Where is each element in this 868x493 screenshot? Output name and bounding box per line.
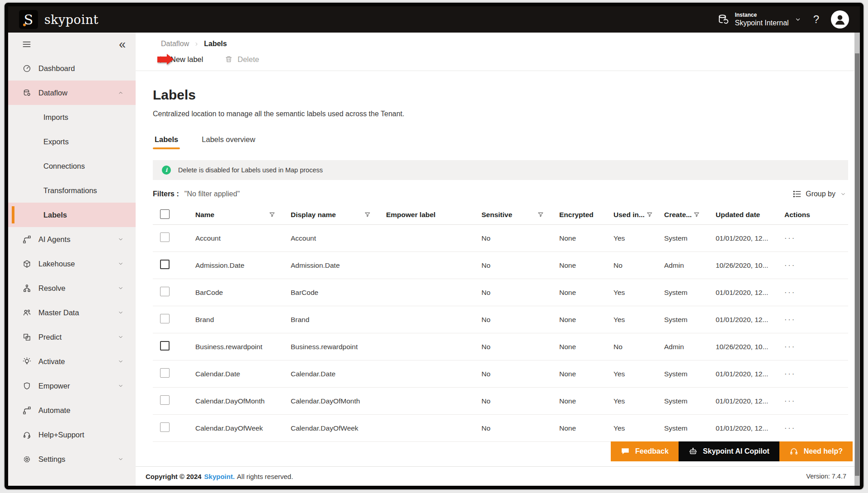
table-row[interactable]: BarCodeBarCodeNoNoneYesSystem01/01/2020,…	[153, 279, 848, 306]
delete-button[interactable]: Delete	[225, 55, 259, 64]
table-row[interactable]: AccountAccountNoNoneYesSystem01/01/2020,…	[153, 225, 848, 252]
column-header-create: Create...	[664, 211, 716, 219]
sidebar-item-labels[interactable]: Labels	[8, 203, 136, 227]
table-row[interactable]: BrandBrandNoNoneYesSystem01/01/2020, 12.…	[153, 306, 848, 333]
scrollbar-thumb[interactable]	[855, 53, 859, 476]
breadcrumb: Dataflow Labels	[136, 33, 860, 48]
sidebar-collapse-button[interactable]: «	[119, 38, 126, 51]
resolve-icon	[23, 284, 31, 293]
sidebar-item-connections[interactable]: Connections	[8, 154, 136, 178]
table-row[interactable]: Admission.DateAdmission.DateNoNoneNoAdmi…	[153, 252, 848, 279]
sidebar-item-automate[interactable]: Automate	[8, 398, 136, 422]
skypoint-ai-copilot-button[interactable]: Skypoint AI Copilot	[679, 441, 779, 461]
row-actions-button[interactable]: ···	[784, 343, 796, 351]
table-row[interactable]: Calendar.DayOfMonthCalendar.DayOfMonthNo…	[153, 388, 848, 415]
row-actions-button[interactable]: ···	[784, 424, 796, 432]
table-row[interactable]: Calendar.DayOfWeekCalendar.DayOfWeekNoNo…	[153, 415, 848, 442]
cell-sensitive: No	[481, 343, 559, 351]
table-row[interactable]: Calendar.DateCalendar.DateNoNoneYesSyste…	[153, 360, 848, 388]
cell-used-in: Yes	[613, 397, 664, 405]
sidebar-item-exports[interactable]: Exports	[8, 129, 136, 154]
row-checkbox[interactable]	[160, 287, 170, 296]
copyright-text: Copyright © 2024	[146, 473, 202, 480]
group-by-button[interactable]: Group by	[793, 190, 846, 198]
instance-label: Instance	[735, 12, 788, 19]
sidebar-item-empower[interactable]: Empower	[8, 374, 136, 398]
column-header-sensitive: Sensitive	[481, 211, 559, 219]
breadcrumb-dataflow[interactable]: Dataflow	[161, 40, 189, 48]
filter-icon[interactable]	[269, 212, 275, 218]
sidebar-item-lakehouse[interactable]: Lakehouse	[8, 251, 136, 276]
tab-labels[interactable]: Labels	[153, 131, 180, 149]
chevron-down-icon	[118, 334, 124, 340]
sidebar-item-imports[interactable]: Imports	[8, 105, 136, 129]
floating-buttons: FeedbackSkypoint AI CopilotNeed help?	[611, 441, 853, 461]
row-actions-button[interactable]: ···	[784, 370, 796, 378]
app-window: S skypoint Instance Skypoint Internal ?	[5, 3, 863, 489]
row-checkbox[interactable]	[160, 368, 170, 378]
page-description: Centralized location to manage all the s…	[153, 110, 848, 118]
sidebar-item-ai-agents[interactable]: AI Agents	[8, 227, 136, 251]
row-actions-button[interactable]: ···	[784, 397, 796, 405]
chevron-down-icon	[118, 358, 124, 365]
sidebar-item-dashboard[interactable]: Dashboard	[8, 56, 136, 81]
help-button[interactable]: ?	[813, 13, 819, 26]
cell-updated-date: 01/01/2020, 12...	[716, 289, 784, 297]
cell-created-by: Admin	[664, 343, 716, 351]
row-actions-button[interactable]: ···	[784, 289, 796, 296]
cell-name: Calendar.DayOfMonth	[195, 397, 291, 405]
cell-display-name: Calendar.DayOfMonth	[291, 397, 386, 405]
skypoint-link[interactable]: Skypoint.	[204, 473, 235, 480]
table-row[interactable]: Business.rewardpointBusiness.rewardpoint…	[153, 333, 848, 360]
sidebar-item-predict[interactable]: Predict	[8, 325, 136, 349]
sidebar-item-transformations[interactable]: Transformations	[8, 178, 136, 203]
select-all-checkbox[interactable]	[160, 209, 170, 219]
cell-sensitive: No	[481, 316, 559, 324]
filter-icon[interactable]	[646, 212, 653, 218]
automate-icon	[23, 406, 31, 415]
row-checkbox[interactable]	[160, 395, 170, 405]
row-actions-button[interactable]: ···	[784, 234, 796, 242]
sidebar-item-dataflow[interactable]: Dataflow	[8, 81, 136, 105]
row-checkbox[interactable]	[160, 314, 170, 323]
sidebar-item-label: Connections	[43, 162, 85, 171]
cell-name: Calendar.Date	[195, 370, 291, 378]
row-checkbox[interactable]	[160, 422, 170, 432]
filter-icon[interactable]	[364, 212, 371, 218]
cell-display-name: BarCode	[291, 289, 386, 297]
filter-icon[interactable]	[693, 212, 700, 218]
feedback-button[interactable]: Feedback	[611, 441, 679, 461]
filter-icon[interactable]	[538, 212, 544, 218]
column-header-name: Name	[195, 211, 291, 219]
cell-display-name: Admission.Date	[291, 261, 386, 270]
cell-encrypted: None	[559, 424, 613, 432]
cell-display-name: Calendar.DayOfWeek	[291, 424, 386, 432]
tab-labels-overview[interactable]: Labels overview	[200, 131, 257, 149]
row-checkbox[interactable]	[160, 260, 170, 269]
column-header-empower-label: Empower label	[386, 211, 481, 219]
chevron-down-icon	[118, 309, 124, 316]
group-by-icon	[793, 190, 801, 198]
sidebar: « DashboardDataflowImportsExportsConnect…	[8, 33, 136, 486]
row-checkbox[interactable]	[160, 341, 170, 351]
chevron-down-icon	[794, 16, 802, 23]
sidebar-item-help-support[interactable]: Help+Support	[8, 422, 136, 447]
row-checkbox[interactable]	[160, 232, 170, 242]
cell-updated-date: 01/01/2020, 12...	[716, 397, 784, 405]
sidebar-item-activate[interactable]: Activate	[8, 349, 136, 374]
sidebar-item-master-data[interactable]: Master Data	[8, 300, 136, 325]
avatar[interactable]	[831, 10, 849, 28]
instance-selector[interactable]: Instance Skypoint Internal	[717, 12, 801, 28]
sidebar-item-resolve[interactable]: Resolve	[8, 276, 136, 300]
sidebar-item-label: Automate	[38, 406, 71, 415]
sidebar-item-label: Predict	[38, 333, 61, 341]
activate-icon	[23, 357, 31, 366]
sidebar-item-label: Dataflow	[38, 89, 67, 97]
row-actions-button[interactable]: ···	[784, 316, 796, 323]
hamburger-menu-icon[interactable]	[22, 39, 32, 49]
sidebar-item-settings[interactable]: Settings	[8, 447, 136, 471]
skypoint-logo[interactable]: S skypoint	[19, 10, 99, 29]
sidebar-item-label: Activate	[38, 357, 65, 366]
need-help-button[interactable]: Need help?	[779, 441, 853, 461]
row-actions-button[interactable]: ···	[784, 261, 796, 269]
